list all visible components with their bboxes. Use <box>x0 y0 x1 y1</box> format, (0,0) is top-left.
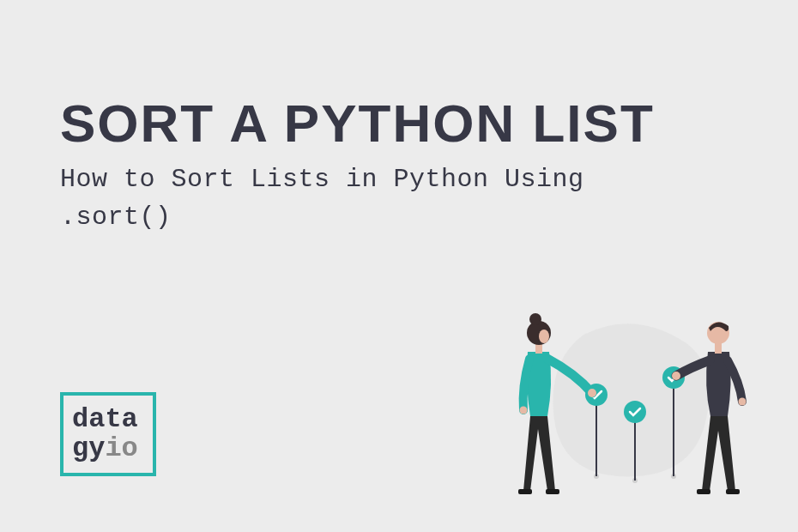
blob-bg <box>553 323 709 476</box>
svg-rect-12 <box>715 343 722 354</box>
svg-point-7 <box>539 329 549 343</box>
svg-point-6 <box>529 313 541 325</box>
svg-point-11 <box>739 398 747 406</box>
svg-rect-1 <box>546 489 559 494</box>
check-marker-icon <box>624 401 646 423</box>
svg-rect-9 <box>726 489 740 494</box>
svg-rect-0 <box>518 489 532 494</box>
svg-point-3 <box>520 407 528 414</box>
logo-line2: gyio <box>72 434 153 463</box>
page-title: Sort a Python List <box>60 93 655 154</box>
logo-line1: data <box>72 405 153 434</box>
svg-point-10 <box>672 372 680 380</box>
svg-rect-8 <box>697 489 710 494</box>
page-subtitle: How to Sort Lists in Python Using .sort(… <box>60 161 609 236</box>
brand-logo: data gyio <box>60 392 156 476</box>
svg-point-2 <box>588 389 596 397</box>
people-checklist-illustration <box>463 266 772 506</box>
